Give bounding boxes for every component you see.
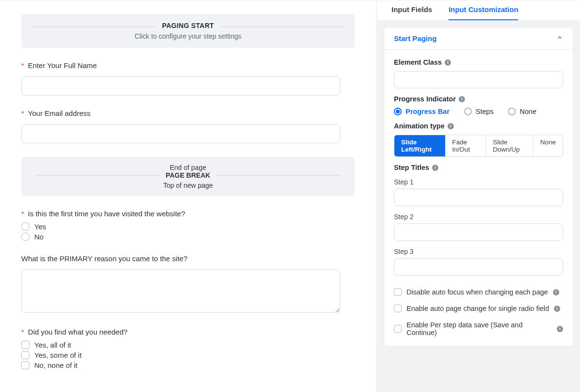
- tab-input-customization[interactable]: Input Customization: [449, 5, 518, 20]
- animation-slide-du[interactable]: Slide Down/Up: [486, 135, 534, 156]
- element-class-label: Element Class: [394, 58, 442, 66]
- field-first-visit: *Is this the first time you have visited…: [21, 210, 355, 241]
- element-class-input[interactable]: [394, 71, 563, 88]
- page-break-title: PAGE BREAK: [160, 171, 216, 179]
- info-icon[interactable]: i: [553, 289, 559, 295]
- step-titles-label: Step Titles: [394, 164, 429, 171]
- start-paging-panel: Start Paging Element Class i Progress In…: [384, 27, 573, 347]
- full-name-label: Enter Your Full Name: [28, 61, 97, 70]
- paging-start-title: PAGING START: [155, 22, 220, 29]
- primary-reason-textarea[interactable]: [21, 269, 340, 313]
- info-icon[interactable]: i: [554, 306, 560, 312]
- tab-input-fields[interactable]: Input Fields: [392, 5, 432, 20]
- checkbox-enable-perstep[interactable]: Enable Per step data save (Save and Cont…: [394, 321, 563, 336]
- animation-fade[interactable]: Fade In/Out: [446, 135, 486, 156]
- found-option-some[interactable]: Yes, some of it: [21, 351, 355, 359]
- field-email: *Your Email address: [21, 109, 355, 143]
- info-icon[interactable]: i: [445, 59, 451, 66]
- info-icon[interactable]: i: [432, 165, 438, 171]
- field-full-name: *Enter Your Full Name: [21, 61, 355, 96]
- primary-reason-label: What is the PRIMARY reason you came to t…: [21, 254, 355, 263]
- sidebar: Input Fields Input Customization Start P…: [377, 0, 580, 392]
- progress-option-steps[interactable]: Steps: [464, 108, 493, 115]
- page-break-top: End of page: [28, 164, 348, 171]
- page-break-bottom: Top of new page: [28, 182, 348, 189]
- field-primary-reason: What is the PRIMARY reason you came to t…: [21, 254, 355, 314]
- panel-title: Start Paging: [394, 34, 436, 42]
- found-option-none[interactable]: No, none of it: [21, 361, 355, 369]
- progress-indicator-label: Progress Indicator: [394, 95, 456, 103]
- step-1-input[interactable]: [394, 189, 563, 206]
- page-break-banner[interactable]: End of page PAGE BREAK Top of new page: [21, 157, 355, 196]
- first-visit-label: Is this the first time you have visited …: [28, 210, 185, 218]
- checkbox-disable-autofocus[interactable]: Disable auto focus when changing each pa…: [394, 288, 563, 296]
- step-2-label: Step 2: [394, 213, 563, 221]
- full-name-input[interactable]: [21, 76, 340, 96]
- paging-start-banner[interactable]: PAGING START Click to configure your ste…: [21, 14, 355, 48]
- paging-start-subtitle: Click to configure your step settings: [29, 32, 347, 40]
- chevron-up-icon: [556, 34, 563, 42]
- form-canvas: PAGING START Click to configure your ste…: [0, 0, 377, 392]
- step-2-input[interactable]: [394, 224, 563, 241]
- info-icon[interactable]: i: [459, 96, 465, 102]
- step-1-label: Step 1: [394, 178, 563, 186]
- info-icon[interactable]: i: [448, 123, 454, 129]
- email-input[interactable]: [21, 124, 340, 143]
- sidebar-tabs: Input Fields Input Customization: [377, 0, 580, 20]
- found-option-all[interactable]: Yes, all of it: [21, 341, 355, 349]
- first-visit-option-yes[interactable]: Yes: [21, 223, 355, 231]
- checkbox-enable-autochange[interactable]: Enable auto page change for single radio…: [394, 305, 563, 312]
- animation-type-segmented: Slide Left/Right Fade In/Out Slide Down/…: [394, 135, 563, 157]
- step-3-input[interactable]: [394, 258, 563, 276]
- animation-slide-lr[interactable]: Slide Left/Right: [394, 135, 446, 156]
- progress-option-none[interactable]: None: [508, 108, 536, 115]
- progress-option-bar[interactable]: Progress Bar: [394, 108, 450, 115]
- found-label: Did you find what you needed?: [28, 328, 128, 336]
- animation-type-label: Animation type: [394, 122, 445, 130]
- email-label: Your Email address: [28, 109, 91, 117]
- first-visit-option-no[interactable]: No: [21, 233, 355, 241]
- step-3-label: Step 3: [394, 248, 563, 255]
- info-icon[interactable]: i: [557, 326, 563, 332]
- panel-header[interactable]: Start Paging: [384, 28, 573, 50]
- field-found: *Did you find what you needed? Yes, all …: [21, 328, 355, 369]
- animation-none[interactable]: None: [534, 135, 563, 156]
